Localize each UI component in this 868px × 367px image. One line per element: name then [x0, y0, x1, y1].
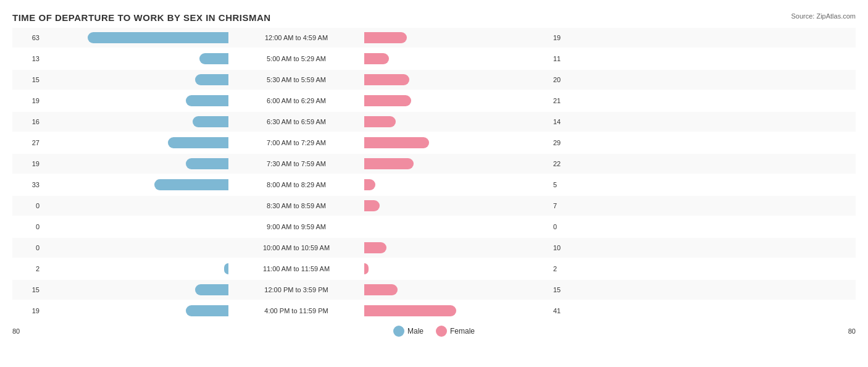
female-value: 19	[549, 34, 580, 41]
female-bar	[364, 263, 369, 274]
female-value: 41	[549, 307, 580, 314]
male-bar-area	[43, 53, 228, 64]
male-value: 0	[12, 223, 43, 230]
male-value: 15	[12, 286, 43, 293]
male-bar-area	[43, 305, 228, 316]
male-value: 63	[12, 34, 43, 41]
male-bar	[193, 116, 228, 127]
legend-female-label: Female	[450, 327, 475, 335]
male-bar	[88, 32, 228, 43]
legend-male-label: Male	[407, 327, 424, 335]
legend-male-box	[393, 326, 404, 337]
time-label: 11:00 AM to 11:59 AM	[228, 265, 364, 272]
female-bar	[364, 305, 456, 316]
title-row: TIME OF DEPARTURE TO WORK BY SEX IN CHRI…	[12, 12, 856, 23]
time-label: 9:00 AM to 9:59 AM	[228, 223, 364, 230]
chart-container: TIME OF DEPARTURE TO WORK BY SEX IN CHRI…	[0, 0, 868, 367]
female-bar-area	[364, 221, 549, 232]
female-value: 11	[549, 55, 580, 62]
male-value: 16	[12, 118, 43, 125]
chart-row: 27 7:00 AM to 7:29 AM 29	[12, 133, 856, 153]
chart-title: TIME OF DEPARTURE TO WORK BY SEX IN CHRI…	[12, 12, 271, 23]
female-bar-area	[364, 32, 549, 43]
male-bar-area	[43, 95, 228, 106]
female-value: 0	[549, 223, 580, 230]
male-bar-area	[43, 200, 228, 211]
female-bar-area	[364, 242, 549, 253]
chart-row: 0 9:00 AM to 9:59 AM 0	[12, 217, 856, 237]
male-bar	[186, 158, 228, 169]
male-value: 27	[12, 139, 43, 146]
male-bar-area	[43, 242, 228, 253]
legend: Male Female	[43, 326, 825, 337]
female-bar	[364, 137, 429, 148]
female-bar	[364, 95, 411, 106]
female-bar	[364, 116, 396, 127]
male-bar	[195, 284, 228, 295]
time-label: 12:00 PM to 3:59 PM	[228, 286, 364, 293]
male-bar-area	[43, 74, 228, 85]
male-bar	[186, 305, 228, 316]
male-bar-area	[43, 158, 228, 169]
male-bar	[186, 95, 228, 106]
chart-row: 16 6:30 AM to 6:59 AM 14	[12, 112, 856, 132]
female-bar-area	[364, 263, 549, 274]
male-value: 15	[12, 76, 43, 83]
male-value: 19	[12, 307, 43, 314]
time-label: 12:00 AM to 4:59 AM	[228, 34, 364, 41]
time-label: 5:30 AM to 5:59 AM	[228, 76, 364, 83]
female-value: 10	[549, 244, 580, 251]
female-value: 14	[549, 118, 580, 125]
male-bar-area	[43, 32, 228, 43]
male-value: 19	[12, 160, 43, 167]
female-bar-area	[364, 116, 549, 127]
time-label: 7:30 AM to 7:59 AM	[228, 160, 364, 167]
female-bar-area	[364, 305, 549, 316]
male-value: 19	[12, 97, 43, 104]
female-value: 7	[549, 202, 580, 209]
time-label: 8:00 AM to 8:29 AM	[228, 181, 364, 188]
chart-row: 33 8:00 AM to 8:29 AM 5	[12, 175, 856, 195]
female-bar-area	[364, 158, 549, 169]
legend-male: Male	[393, 326, 424, 337]
time-label: 6:30 AM to 6:59 AM	[228, 118, 364, 125]
female-bar-area	[364, 200, 549, 211]
legend-female-box	[436, 326, 447, 337]
female-bar-area	[364, 284, 549, 295]
male-bar-area	[43, 116, 228, 127]
female-bar-area	[364, 179, 549, 190]
female-value: 15	[549, 286, 580, 293]
source-text: Source: ZipAtlas.com	[791, 12, 856, 20]
chart-row: 2 11:00 AM to 11:59 AM 2	[12, 259, 856, 279]
chart-row: 13 5:00 AM to 5:29 AM 11	[12, 49, 856, 69]
female-bar	[364, 284, 398, 295]
female-bar	[364, 158, 414, 169]
female-bar	[364, 242, 386, 253]
male-bar-area	[43, 221, 228, 232]
male-value: 0	[12, 244, 43, 251]
chart-row: 19 6:00 AM to 6:29 AM 21	[12, 91, 856, 111]
female-value: 21	[549, 97, 580, 104]
female-bar-area	[364, 137, 549, 148]
male-value: 2	[12, 265, 43, 272]
female-bar	[364, 74, 409, 85]
male-bar	[154, 179, 228, 190]
chart-row: 19 4:00 PM to 11:59 PM 41	[12, 301, 856, 321]
female-value: 22	[549, 160, 580, 167]
male-bar	[199, 53, 228, 64]
axis-left-label: 80	[12, 327, 43, 335]
female-bar	[364, 200, 380, 211]
male-bar	[195, 74, 228, 85]
axis-right-label: 80	[825, 327, 856, 335]
chart-row: 19 7:30 AM to 7:59 AM 22	[12, 154, 856, 174]
female-value: 2	[549, 265, 580, 272]
female-bar	[364, 53, 389, 64]
chart-row: 0 8:30 AM to 8:59 AM 7	[12, 196, 856, 216]
male-bar-area	[43, 263, 228, 274]
male-bar	[168, 137, 228, 148]
female-bar-area	[364, 95, 549, 106]
female-bar-area	[364, 74, 549, 85]
time-label: 10:00 AM to 10:59 AM	[228, 244, 364, 251]
chart-area: 63 12:00 AM to 4:59 AM 19 13 5:00 AM to …	[12, 28, 856, 321]
time-label: 7:00 AM to 7:29 AM	[228, 139, 364, 146]
